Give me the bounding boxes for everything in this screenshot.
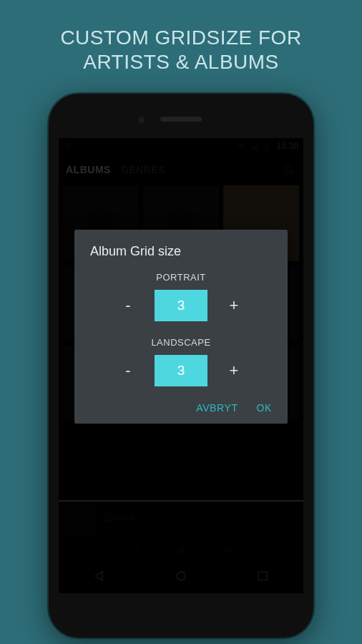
pause-icon[interactable] — [174, 543, 188, 560]
nav-recent-icon[interactable] — [255, 569, 270, 586]
cancel-button[interactable]: AVBRYT — [196, 402, 238, 414]
now-playing-art — [64, 506, 97, 539]
wifi-icon — [236, 141, 246, 151]
earpiece — [160, 117, 202, 122]
now-playing-title: Cat rock — [103, 514, 135, 524]
ok-button[interactable]: OK — [257, 402, 272, 414]
signal-icon — [249, 141, 259, 151]
landscape-label: LANDSCAPE — [90, 337, 272, 348]
now-playing-subtitle: Lorum ips — [103, 524, 135, 532]
landscape-stepper: - 3 + — [90, 355, 272, 386]
promo-heading: CUSTOM GRIDSIZE FOR ARTISTS & ALBUMS — [0, 0, 362, 94]
tab-genres[interactable]: GENRES — [121, 164, 165, 175]
next-icon[interactable] — [222, 544, 235, 560]
promo-line2: ARTISTS & ALBUMS — [14, 50, 348, 74]
svg-point-2 — [284, 165, 291, 172]
portrait-value[interactable]: 3 — [155, 290, 207, 321]
status-bar: 15:38 — [59, 138, 303, 154]
prev-icon[interactable] — [127, 544, 140, 560]
nav-back-icon[interactable] — [92, 569, 107, 586]
bug-icon — [77, 141, 87, 151]
play-badge-icon — [63, 141, 73, 151]
landscape-increment[interactable]: + — [223, 361, 245, 380]
tab-bar: ALBUMS GENRES — [59, 154, 303, 185]
landscape-decrement[interactable]: - — [117, 361, 139, 380]
tab-albums[interactable]: ALBUMS — [66, 164, 111, 175]
soft-nav-bar — [59, 562, 303, 593]
dialog-title: Album Grid size — [90, 244, 272, 259]
device-frame: 15:38 ALBUMS GENRES — [49, 94, 313, 638]
battery-icon — [262, 141, 272, 151]
shuffle-icon[interactable] — [268, 544, 281, 560]
sensor-dot — [138, 117, 145, 123]
svg-rect-4 — [258, 572, 267, 580]
nav-home-icon[interactable] — [174, 569, 188, 586]
grid-size-dialog: Album Grid size PORTRAIT - 3 + LANDSCAPE… — [74, 230, 288, 424]
status-clock: 15:38 — [276, 141, 299, 151]
portrait-increment[interactable]: + — [223, 296, 245, 315]
svg-point-3 — [177, 572, 185, 580]
screen: 15:38 ALBUMS GENRES — [59, 138, 303, 593]
portrait-stepper: - 3 + — [90, 290, 272, 321]
repeat-icon[interactable] — [81, 544, 94, 560]
portrait-label: PORTRAIT — [90, 272, 272, 283]
alarm-icon — [223, 141, 233, 151]
promo-line1: CUSTOM GRIDSIZE FOR — [14, 26, 348, 50]
portrait-decrement[interactable]: - — [117, 296, 139, 315]
search-icon[interactable] — [282, 162, 296, 177]
now-playing-bar[interactable]: Cat rock Lorum ips — [59, 500, 303, 562]
landscape-value[interactable]: 3 — [155, 355, 207, 386]
